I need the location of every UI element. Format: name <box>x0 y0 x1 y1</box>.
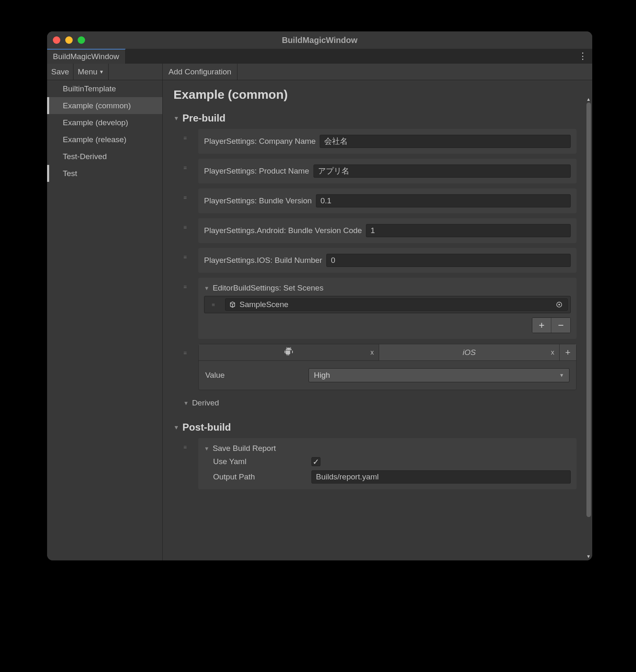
toolbar-left: Save Menu ▼ <box>47 64 163 80</box>
scene-name: SampleScene <box>240 300 288 309</box>
tab-buildmagicwindow[interactable]: BuildMagicWindow <box>47 49 126 64</box>
platform-add-button[interactable]: + <box>560 344 576 360</box>
sidebar-item-test[interactable]: Test <box>47 165 162 182</box>
field-set-scenes: ≡ ▼ EditorBuildSettings: Set Scenes ≡ <box>173 278 577 339</box>
page-title: Example (common) <box>173 88 577 102</box>
app-window: BuildMagicWindow BuildMagicWindow ⋮ Save… <box>47 31 592 560</box>
field-label: PlayerSettings: Product Name <box>204 167 309 176</box>
sidebar-item-builtintemplate[interactable]: BuiltinTemplate <box>47 80 162 97</box>
scroll-down-icon[interactable]: ▼ <box>586 554 591 559</box>
scroll-up-icon[interactable]: ▲ <box>586 97 591 102</box>
field-product-name: ≡ PlayerSettings: Product Name <box>173 159 577 183</box>
scene-list-item: ≡ SampleScene <box>204 296 571 313</box>
triangle-down-icon: ▼ <box>173 115 179 122</box>
field-company-name: ≡ PlayerSettings: Company Name <box>173 129 577 154</box>
triangle-down-icon: ▼ <box>183 400 189 406</box>
object-picker-icon[interactable] <box>554 300 564 310</box>
scrollbar-track[interactable] <box>586 102 591 553</box>
field-label: PlayerSettings.IOS: Build Number <box>204 256 322 265</box>
titlebar: BuildMagicWindow <box>47 31 592 49</box>
add-configuration-label: Add Configuration <box>168 67 231 76</box>
window-close-button[interactable] <box>53 36 60 44</box>
row-body: PlayerSettings: Company Name <box>198 129 577 154</box>
drag-handle-icon[interactable]: ≡ <box>173 438 198 450</box>
check-icon: ✓ <box>313 457 319 467</box>
product-name-input[interactable] <box>313 164 571 178</box>
field-save-build-report: ≡ ▼ Save Build Report Use Yaml ✓ <box>173 438 577 489</box>
prebuild-foldout[interactable]: ▼ Pre-build <box>173 112 577 124</box>
tab-options-button[interactable]: ⋮ <box>578 51 587 62</box>
scrollbar[interactable]: ▲ ▼ <box>585 80 592 560</box>
company-name-input[interactable] <box>320 135 571 148</box>
sidebar-item-label: Test <box>63 169 77 178</box>
toolbar-right: Add Configuration <box>163 64 592 80</box>
platform-tab-android[interactable]: x <box>199 344 379 360</box>
drag-handle-icon[interactable]: ≡ <box>173 188 198 201</box>
value-label: Value <box>205 371 300 380</box>
platform-tabs: x iOS x + <box>199 344 576 361</box>
sidebar-mark <box>47 165 49 182</box>
field-label: PlayerSettings: Company Name <box>204 137 316 146</box>
field-android-bvc: ≡ PlayerSettings.Android: Bundle Version… <box>173 218 577 243</box>
scene-remove-button[interactable]: − <box>551 318 570 333</box>
window-minimize-button[interactable] <box>65 36 73 44</box>
tab-close-icon[interactable]: x <box>370 349 374 356</box>
sidebar-item-label: BuiltinTemplate <box>63 84 116 93</box>
field-platform-value: ≡ x <box>173 344 577 390</box>
sidebar-item-example-common[interactable]: Example (common) <box>47 97 162 114</box>
value-dropdown[interactable]: High ▼ <box>309 368 570 382</box>
sidebar-item-example-develop[interactable]: Example (develop) <box>47 114 162 131</box>
use-yaml-checkbox[interactable]: ✓ <box>311 457 320 466</box>
sidebar-item-label: Example (develop) <box>63 118 128 127</box>
drag-handle-icon[interactable]: ≡ <box>173 344 198 356</box>
drag-handle-icon[interactable]: ≡ <box>173 159 198 171</box>
menu-dropdown[interactable]: Menu ▼ <box>73 64 108 80</box>
derived-foldout[interactable]: ▼ Derived <box>183 398 577 407</box>
chevron-down-icon: ▼ <box>559 372 564 378</box>
content: Example (common) ▼ Pre-build ≡ PlayerSet… <box>163 80 585 560</box>
drag-handle-icon[interactable]: ≡ <box>173 278 198 290</box>
triangle-down-icon: ▼ <box>204 446 209 452</box>
toolbar: Save Menu ▼ Add Configuration <box>47 64 592 80</box>
drag-handle-icon[interactable]: ≡ <box>173 218 198 231</box>
save-build-report-label: Save Build Report <box>213 444 276 453</box>
postbuild-foldout[interactable]: ▼ Post-build <box>173 422 577 433</box>
window-zoom-button[interactable] <box>78 36 85 44</box>
android-icon <box>284 347 293 358</box>
set-scenes-foldout[interactable]: ▼ EditorBuildSettings: Set Scenes <box>204 284 571 293</box>
tab-label: BuildMagicWindow <box>53 52 119 61</box>
prebuild-label: Pre-build <box>183 112 225 124</box>
save-build-report-foldout[interactable]: ▼ Save Build Report <box>204 444 571 453</box>
triangle-down-icon: ▼ <box>173 424 179 431</box>
scrollbar-thumb[interactable] <box>586 102 591 517</box>
scene-add-button[interactable]: + <box>532 318 551 333</box>
plus-icon: + <box>539 319 544 331</box>
tab-row: BuildMagicWindow ⋮ <box>47 49 592 64</box>
sidebar-item-example-release[interactable]: Example (release) <box>47 131 162 148</box>
save-button[interactable]: Save <box>47 64 73 80</box>
field-label: PlayerSettings: Bundle Version <box>204 196 312 205</box>
field-bundle-version: ≡ PlayerSettings: Bundle Version <box>173 188 577 213</box>
sidebar-item-label: Example (common) <box>63 101 131 110</box>
derived-label: Derived <box>192 398 219 407</box>
save-label: Save <box>51 67 69 76</box>
scene-list-buttons: + − <box>204 317 571 333</box>
android-bvc-input[interactable] <box>366 224 571 237</box>
sidebar-mark <box>47 97 49 114</box>
ios-label: iOS <box>463 348 476 357</box>
drag-handle-icon[interactable]: ≡ <box>173 129 198 141</box>
drag-handle-icon[interactable]: ≡ <box>207 302 221 308</box>
output-path-input[interactable] <box>311 470 571 484</box>
minus-icon: − <box>558 319 564 331</box>
bundle-version-input[interactable] <box>316 194 571 207</box>
sidebar-item-test-derived[interactable]: Test-Derived <box>47 148 162 165</box>
ios-build-number-input[interactable] <box>326 254 571 267</box>
scene-object-field[interactable]: SampleScene <box>225 298 568 311</box>
tab-close-icon[interactable]: x <box>551 349 554 356</box>
unity-scene-icon <box>229 301 236 308</box>
platform-tab-ios[interactable]: iOS x <box>379 344 560 360</box>
drag-handle-icon[interactable]: ≡ <box>173 248 198 260</box>
prebuild-rows: ≡ PlayerSettings: Company Name ≡ <box>173 129 577 390</box>
add-configuration-button[interactable]: Add Configuration <box>163 64 237 80</box>
dropdown-selected: High <box>314 371 330 380</box>
